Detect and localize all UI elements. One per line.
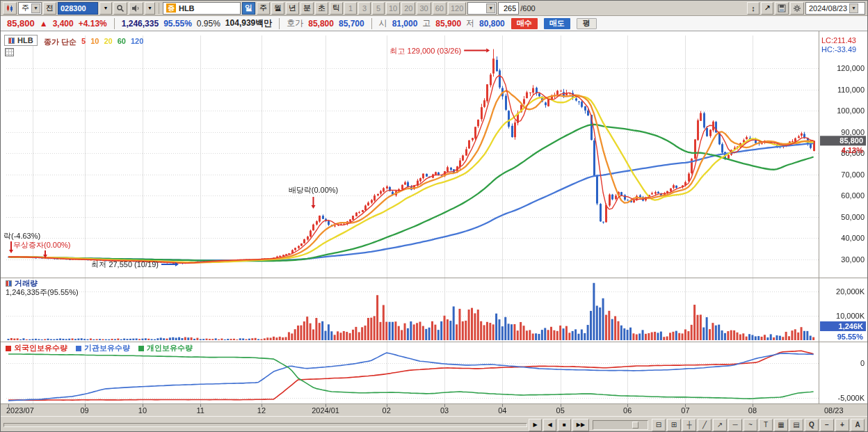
nav-play-button[interactable]: ▶	[529, 419, 542, 431]
timeframe-second-button[interactable]: 초	[315, 2, 328, 15]
date-picker[interactable]: 2024/08/23 ▼	[805, 2, 865, 15]
gear-icon[interactable]	[790, 2, 804, 15]
main-toolbar: 주 ▼ 전 ▼ ▼ 증 HLB 일 주 월 년 분 초 틱 1 3 5 10 2…	[1, 1, 867, 16]
chart-canvas[interactable]	[1, 31, 868, 416]
change-amount: 3,400	[53, 19, 74, 29]
interval-5-button[interactable]: 5	[372, 2, 385, 15]
chart-style-icon[interactable]: ▦	[774, 419, 788, 431]
interval-60-button[interactable]: 60	[433, 2, 447, 15]
timeframe-minute-button[interactable]: 분	[300, 2, 314, 15]
change-arrow-icon: ▲	[40, 19, 48, 29]
search-icon[interactable]	[113, 2, 127, 15]
chart-style-dropdown[interactable]: ▼	[467, 2, 497, 15]
open-label: 시	[379, 17, 387, 29]
date-value: 2024/08/23	[809, 4, 847, 13]
margin-grade-badge: 증	[166, 3, 176, 13]
chart-hscrollbar[interactable]	[3, 423, 527, 427]
zoom-slider[interactable]	[593, 420, 648, 430]
stock-code-input[interactable]	[58, 2, 98, 15]
buy-button[interactable]: 매수	[511, 18, 538, 29]
zoom-lens-button[interactable]: Q	[805, 419, 819, 431]
timeframe-week-button[interactable]: 주	[257, 2, 270, 15]
pattern-tool-icon[interactable]: ▤	[789, 419, 803, 431]
compare-updown-icon[interactable]: ↕	[747, 2, 760, 15]
timeframe-tick-button[interactable]: 틱	[330, 2, 343, 15]
period-type-value: 주	[22, 3, 29, 13]
interval-1-button[interactable]: 1	[344, 2, 357, 15]
high-label: 고	[422, 17, 431, 29]
auto-scale-button[interactable]: A	[851, 419, 865, 431]
panel-layout-icon[interactable]: ⊟	[652, 419, 666, 431]
crosshair-icon[interactable]: ┼	[682, 419, 696, 431]
timeframe-month-button[interactable]: 월	[271, 2, 284, 15]
high-price: 85,900	[435, 19, 461, 29]
stock-name-field[interactable]: 증 HLB	[163, 2, 241, 15]
zoom-in-button[interactable]: +	[835, 419, 849, 431]
toolbar-separator	[159, 3, 159, 14]
nav-fast-forward-button[interactable]: ▶▶	[572, 419, 589, 431]
volume-ratio: 95.55%	[163, 19, 192, 29]
chart-area: HLB 종가 단순 5 10 20 60 120 거래량 1,246,335주(…	[1, 31, 868, 416]
chart-window-icon[interactable]	[3, 2, 17, 15]
chart-bottom-bar: ▶ ◀ ■ ▶▶ ⊟ ⊞ ┼ ╱ ↗ ─ ~ T ▦ ▤ Q − + A	[1, 416, 867, 432]
zoom-out-button[interactable]: −	[820, 419, 834, 431]
interval-3-button[interactable]: 3	[358, 2, 371, 15]
chevron-down-icon: ▼	[486, 3, 495, 13]
ask-price: 85,800	[308, 19, 334, 29]
chevron-down-icon: ▼	[31, 3, 40, 13]
wave-tool-icon[interactable]: ~	[744, 419, 757, 431]
trade-amount: 104,939백만	[225, 17, 272, 29]
nav-stop-button[interactable]: ■	[558, 419, 571, 431]
timeframe-day-button[interactable]: 일	[242, 2, 255, 15]
infobar-separator	[279, 18, 280, 29]
interval-10-button[interactable]: 10	[386, 2, 400, 15]
period-type-dropdown[interactable]: 주 ▼	[18, 2, 42, 15]
infobar-separator	[371, 18, 372, 29]
open-price: 81,000	[392, 19, 418, 29]
trendline-tool-icon[interactable]: ╱	[698, 419, 712, 431]
arrow-tool-icon[interactable]: ↗	[713, 419, 727, 431]
low-price: 80,800	[479, 19, 505, 29]
timeframe-year-button[interactable]: 년	[286, 2, 299, 15]
horizontal-line-tool-icon[interactable]: ─	[728, 419, 742, 431]
price-info-bar: 85,800 ▲ 3,400 +4.13% 1,246,335 95.55% 0…	[1, 16, 867, 31]
sell-button[interactable]: 매도	[544, 18, 570, 29]
turnover-ratio: 0.95%	[197, 19, 220, 29]
candle-count-input[interactable]	[498, 2, 519, 15]
candle-total-label: /600	[520, 4, 535, 13]
change-percent: +4.13%	[79, 19, 107, 29]
text-tool-icon[interactable]: T	[759, 419, 773, 431]
infobar-separator	[114, 18, 115, 29]
interval-20-button[interactable]: 20	[401, 2, 415, 15]
trading-app-window: 주 ▼ 전 ▼ ▼ 증 HLB 일 주 월 년 분 초 틱 1 3 5 10 2…	[0, 0, 868, 432]
sound-alert-icon[interactable]	[129, 2, 143, 15]
zoom-slider-thumb[interactable]	[632, 422, 638, 429]
save-icon[interactable]	[775, 2, 789, 15]
prev-stock-button[interactable]: 전	[43, 2, 56, 15]
current-price: 85,800	[7, 18, 35, 29]
bid-price: 85,700	[339, 19, 364, 29]
sound-dropdown-button[interactable]: ▼	[145, 2, 155, 15]
avg-price-button[interactable]: 평	[577, 18, 597, 29]
interval-120-button[interactable]: 120	[448, 2, 466, 15]
toolbar-right-group: ↕ ↗ 2024/08/23 ▼	[747, 2, 865, 15]
chevron-down-icon: ▼	[849, 3, 858, 13]
interval-30-button[interactable]: 30	[417, 2, 431, 15]
stock-name-label: HLB	[179, 4, 195, 13]
low-label: 저	[466, 17, 474, 29]
trendline-quick-icon[interactable]: ↗	[761, 2, 773, 15]
nav-prev-button[interactable]: ◀	[543, 419, 556, 431]
grid-toggle-icon[interactable]: ⊞	[667, 419, 681, 431]
volume-value: 1,246,335	[122, 19, 159, 29]
hoga-label: 호가	[287, 17, 303, 29]
code-dropdown-button[interactable]: ▼	[99, 2, 112, 15]
